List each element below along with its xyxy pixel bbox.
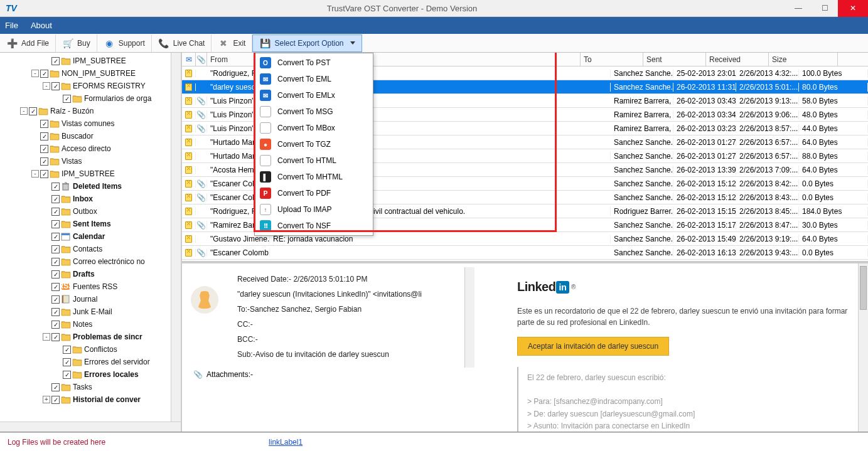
checkbox[interactable]: ✓ (40, 145, 48, 153)
checkbox[interactable]: ✓ (63, 95, 71, 103)
close-button[interactable]: ✕ (838, 0, 868, 17)
export-menu-item[interactable]: ↑Upload To IMAP (256, 201, 372, 218)
tree-node[interactable]: ✓Journal (0, 293, 181, 305)
tree-node[interactable]: ✓Contacts (0, 243, 181, 255)
checkbox[interactable]: ✓ (40, 132, 48, 141)
tree-node[interactable]: ✓Outbox (0, 205, 181, 218)
checkbox[interactable]: ✓ (40, 157, 48, 166)
checkbox[interactable]: ✓ (51, 295, 60, 304)
checkbox[interactable]: ✓ (51, 208, 60, 216)
maximize-button[interactable]: ☐ (812, 0, 838, 17)
folder-tree[interactable]: ✓IPM_SUBTREE-✓NON_IPM_SUBTREE-✓EFORMS RE… (0, 53, 181, 432)
checkbox[interactable]: ✓ (51, 283, 60, 291)
live-chat-button[interactable]: 📞 Live Chat (152, 34, 212, 52)
tree-node[interactable]: ✓Calendar (0, 230, 181, 243)
export-dropdown-menu[interactable]: OConvert To PST✉Convert To EML✉Convert T… (254, 53, 373, 236)
tree-node[interactable]: ✓Conflictos (0, 343, 181, 356)
tree-node[interactable]: -✓EFORMS REGISTRY (0, 80, 181, 92)
preview-vertical-scrollbar[interactable] (858, 263, 868, 432)
tree-node[interactable]: ✓Vistas (0, 155, 181, 167)
tree-node[interactable]: ✓Errores locales (0, 368, 181, 381)
tree-node[interactable]: ✓RSSFuentes RSS (0, 280, 181, 293)
checkbox[interactable]: ✓ (51, 233, 60, 241)
expand-icon[interactable]: - (31, 170, 39, 178)
tree-node[interactable]: ✓Deleted Items (0, 180, 181, 193)
tree-node[interactable]: -✓NON_IPM_SUBTREE (0, 67, 181, 80)
col-size[interactable]: Size (769, 53, 838, 66)
tree-node[interactable]: ✓Acceso directo (0, 142, 181, 155)
buy-button[interactable]: 🛒 Buy (56, 34, 97, 52)
checkbox[interactable]: ✓ (51, 333, 60, 341)
export-menu-item[interactable]: ●Convert To TGZ (256, 136, 372, 152)
col-to[interactable]: To (581, 53, 643, 66)
export-menu-item[interactable]: ✉Convert To EML (256, 71, 372, 87)
tree-node[interactable]: ✓IPM_SUBTREE (0, 55, 181, 67)
checkbox[interactable]: ✓ (51, 308, 60, 316)
link-label[interactable]: linkLabel1 (269, 438, 303, 447)
checkbox[interactable]: ✓ (51, 270, 60, 279)
export-menu-item[interactable]: Convert To HTML (256, 152, 372, 169)
tree-node[interactable]: ✓Junk E-Mail (0, 305, 181, 318)
checkbox[interactable]: ✓ (40, 120, 48, 128)
checkbox[interactable]: ✓ (51, 183, 60, 191)
expand-icon[interactable]: - (31, 70, 39, 77)
tree-node[interactable]: ✓Notes (0, 318, 181, 331)
export-menu-item[interactable]: ✉Convert To EMLx (256, 87, 372, 103)
minimize-button[interactable]: — (785, 0, 812, 17)
col-attachment-icon[interactable]: 📎 (196, 53, 207, 66)
export-menu-item[interactable]: OConvert To PST (256, 55, 372, 71)
checkbox[interactable]: ✓ (51, 396, 60, 404)
tree-node[interactable]: -✓Raíz - Buzón (0, 105, 181, 117)
tree-node-label: IPM_SUBTREE (73, 56, 126, 65)
col-sent[interactable]: Sent (643, 53, 706, 66)
expand-icon[interactable]: + (43, 396, 50, 403)
checkbox[interactable]: ✓ (63, 371, 71, 379)
checkbox[interactable]: ✓ (51, 82, 60, 90)
col-received[interactable]: Received (706, 53, 769, 66)
export-menu-item[interactable]: PConvert To PDF (256, 185, 372, 201)
tree-vertical-scrollbar[interactable] (171, 53, 181, 422)
accept-invitation-button[interactable]: Aceptar la invitación de darley suescun (517, 337, 669, 356)
tree-node[interactable]: ✓Tasks (0, 381, 181, 393)
tree-node[interactable]: ✓Correo electrónico no (0, 255, 181, 268)
export-menu-item[interactable]: ⠿Convert To NSF (256, 218, 372, 234)
col-envelope-icon[interactable]: ✉ (182, 53, 196, 66)
export-menu-item[interactable]: Convert To MSG (256, 103, 372, 120)
tree-node[interactable]: ✓Sent Items (0, 218, 181, 230)
checkbox[interactable]: ✓ (29, 107, 37, 115)
checkbox[interactable]: ✓ (63, 358, 71, 366)
expand-icon[interactable]: - (43, 82, 50, 90)
checkbox[interactable]: ✓ (51, 245, 60, 253)
tree-node[interactable]: ✓Errores del servidor (0, 356, 181, 368)
checkbox[interactable]: ✓ (40, 70, 48, 78)
checkbox[interactable]: ✓ (51, 195, 60, 203)
menu-about[interactable]: About (31, 21, 52, 30)
tree-node[interactable]: +✓Historial de conver (0, 393, 181, 406)
email-row[interactable]: 📎 "Escaner Colomb... Sanchez Sanche... 2… (182, 246, 868, 260)
checkbox[interactable]: ✓ (51, 57, 60, 65)
exit-button[interactable]: ✖ Exit (212, 34, 252, 52)
checkbox[interactable]: ✓ (40, 170, 48, 178)
checkbox[interactable]: ✓ (51, 258, 60, 266)
export-option-button[interactable]: 💾 Select Export Option (252, 34, 362, 52)
export-menu-item[interactable]: Convert To MBox (256, 120, 372, 136)
menu-file[interactable]: File (5, 21, 18, 30)
tree-node[interactable]: -✓IPM_SUBTREE (0, 167, 181, 180)
tree-node[interactable]: ✓Drafts (0, 268, 181, 280)
tree-horizontal-scrollbar[interactable] (0, 422, 181, 432)
add-file-button[interactable]: ➕ Add File (0, 34, 56, 52)
checkbox[interactable]: ✓ (51, 321, 60, 329)
expand-icon[interactable]: - (43, 333, 50, 341)
tree-node[interactable]: ✓Inbox (0, 193, 181, 205)
preview-left-scrollbar[interactable] (464, 267, 474, 368)
tree-node[interactable]: ✓Vistas comunes (0, 117, 181, 130)
export-menu-item[interactable]: ▌Convert To MHTML (256, 169, 372, 185)
expand-icon[interactable]: - (20, 107, 28, 115)
tree-node[interactable]: ✓Formularios de orga (0, 92, 181, 105)
checkbox[interactable]: ✓ (51, 383, 60, 391)
tree-node[interactable]: -✓Problemas de sincr (0, 331, 181, 343)
checkbox[interactable]: ✓ (63, 346, 71, 354)
tree-node[interactable]: ✓Buscador (0, 130, 181, 142)
checkbox[interactable]: ✓ (51, 220, 60, 228)
support-button[interactable]: ◉ Support (97, 34, 152, 52)
